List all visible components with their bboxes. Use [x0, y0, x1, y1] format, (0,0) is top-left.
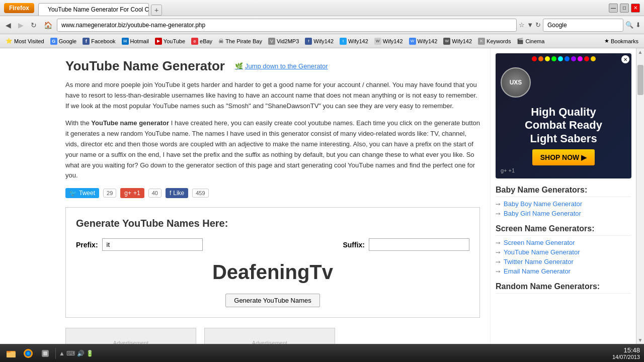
refresh-icon[interactable]: ↻	[535, 21, 541, 29]
page-content: YouTube Name Generator 🌿 Jump down to th…	[0, 48, 490, 344]
bookmark-wify2[interactable]: t Wify142	[337, 37, 371, 46]
home-button[interactable]: 🏠	[41, 20, 55, 30]
arrow-icon-2: ➙	[496, 210, 501, 217]
arrow-icon-4: ➙	[496, 249, 501, 256]
taskbar-folder-icon[interactable]	[4, 346, 18, 360]
jump-link[interactable]: 🌿 Jump down to the Generator	[235, 62, 328, 70]
prefix-input[interactable]	[102, 238, 203, 251]
taskbar-firefox-icon[interactable]	[21, 346, 35, 360]
svg-point-5	[27, 352, 30, 355]
tweet-button[interactable]: 🐦 Tweet	[65, 188, 99, 198]
close-button[interactable]: ✕	[631, 4, 640, 13]
search-icon[interactable]: 🔍	[625, 21, 633, 29]
like-label: Like	[173, 190, 184, 197]
prefix-group: Prefix:	[76, 238, 203, 251]
taskbar-separator	[55, 348, 56, 359]
firefox-menu-button[interactable]: Firefox	[4, 3, 34, 13]
social-bar: 🐦 Tweet 29 g+ +1 40 f Like 459	[65, 188, 480, 198]
bookmark-down-icon[interactable]: ▼	[527, 21, 533, 29]
baby-boy-link[interactable]: ➙ Baby Boy Name Generator	[496, 200, 631, 208]
maximize-button[interactable]: □	[620, 4, 629, 13]
bookmark-bookmarks[interactable]: ★ Bookmarks	[602, 37, 641, 45]
bottom-ad-left: Advertisement	[65, 328, 196, 344]
light-red2	[584, 56, 589, 61]
twitter-name-link[interactable]: ➙ Twitter Name Generator	[496, 258, 631, 265]
youtube-name-link[interactable]: ➙ YouTube Name Generator	[496, 248, 631, 256]
back-button[interactable]: ◀	[3, 20, 14, 30]
browser-frame: Firefox YouTube Name Generator For Cool …	[0, 0, 644, 362]
bookmark-wify4[interactable]: W Wify142	[407, 37, 440, 46]
bookmark-hotmail[interactable]: ✉ Hotmail	[119, 37, 151, 46]
gplus-button[interactable]: g+ +1	[120, 188, 144, 198]
scroll-up-arrow[interactable]: ▲	[638, 49, 643, 55]
bookmark-google[interactable]: G Google	[48, 37, 79, 46]
new-tab-button[interactable]: +	[151, 5, 162, 16]
bottom-ad-right: Advertisement	[204, 328, 335, 344]
baby-girl-link[interactable]: ➙ Baby Girl Name Generator	[496, 210, 631, 217]
baby-girl-label: Baby Girl Name Generator	[504, 210, 581, 217]
taskbar-tool-icon[interactable]	[38, 346, 52, 360]
reload-button[interactable]: ↻	[28, 20, 39, 30]
bookmark-keywords[interactable]: K Keywords	[475, 37, 513, 46]
forward-button[interactable]: ▶	[16, 20, 26, 30]
search-input[interactable]	[543, 19, 623, 32]
like-button[interactable]: f Like	[166, 188, 188, 198]
bookmark-ebay[interactable]: e eBay	[189, 37, 215, 46]
generated-name: DeafeningTv	[76, 261, 469, 284]
ad-headline: High Quality Combat Ready Light Sabers	[501, 106, 626, 145]
gplus-small-icon: g+	[501, 167, 507, 173]
screen-section-title: Screen Name Generators:	[496, 224, 631, 236]
body2-suffix: I have created here, you can easily crea…	[65, 119, 480, 179]
scroll-down-arrow[interactable]: ▼	[638, 337, 643, 343]
ad-header: UXS	[496, 64, 631, 101]
bookmark-youtube[interactable]: ▶ YouTube	[152, 37, 188, 46]
arrow-icon-3: ➙	[496, 239, 501, 246]
minimize-button[interactable]: —	[609, 4, 618, 13]
random-section-title: Random Name Generators:	[496, 282, 631, 294]
like-count: 459	[192, 189, 208, 198]
bookmarks-bar: ⭐ Most Visited G Google f Facebook ✉ Hot…	[0, 34, 644, 48]
scrollbar[interactable]: ▲ ▼	[636, 48, 644, 344]
bookmark-facebook[interactable]: f Facebook	[80, 37, 118, 46]
tab-bar: YouTube Name Generator For Cool Cha... ✕…	[38, 0, 609, 16]
bookmark-wify5[interactable]: W Wify142	[441, 37, 474, 46]
generate-button[interactable]: Generate YouTube Names	[225, 294, 319, 307]
download-icon[interactable]: ⬇	[635, 21, 641, 29]
taskbar: ▲ ⌨ 🔊 🔋 15:48 14/07/2013	[0, 344, 644, 362]
light-yellow	[545, 56, 550, 61]
taskbar-sys: ▲ ⌨ 🔊 🔋	[59, 350, 94, 357]
ad-shop-button[interactable]: SHOP NOW ▶	[532, 149, 595, 165]
tab-title: YouTube Name Generator For Cool Cha...	[48, 6, 149, 13]
light-green	[551, 56, 556, 61]
ad-close-button[interactable]: ✕	[621, 55, 629, 63]
twitter-name-label: Twitter Name Generator	[504, 258, 574, 265]
email-name-label: Email Name Generator	[504, 267, 571, 275]
baby-name-section: Baby Name Generators: ➙ Baby Boy Name Ge…	[496, 186, 631, 217]
body2-bold: YouTube name generator	[91, 119, 169, 127]
arrow-icon-5: ➙	[496, 258, 501, 265]
arrow-icon-6: ➙	[496, 268, 501, 275]
light-purple	[571, 56, 576, 61]
bookmark-wify1[interactable]: f Wify142	[302, 37, 336, 46]
arrow-icon: ➙	[496, 201, 501, 208]
active-tab[interactable]: YouTube Name Generator For Cool Cha... ✕	[38, 3, 149, 16]
ad-headline2: Combat Ready	[501, 119, 626, 132]
suffix-label: Suffix:	[343, 241, 365, 249]
body2-prefix: With the	[65, 119, 91, 127]
light-blue	[565, 56, 570, 61]
svg-rect-7	[43, 351, 47, 355]
scroll-thumb[interactable]	[637, 65, 643, 95]
bookmark-star-icon[interactable]: ☆	[519, 21, 525, 29]
bookmark-wify3[interactable]: W Wify142	[372, 37, 406, 46]
generator-title: Generate YouTube Names Here:	[76, 218, 469, 229]
suffix-input[interactable]	[369, 238, 469, 251]
bottom-ads: Advertisement Advertisement	[65, 328, 480, 344]
email-name-link[interactable]: ➙ Email Name Generator	[496, 267, 631, 275]
random-name-section: Random Name Generators:	[496, 282, 631, 294]
address-bar[interactable]	[57, 19, 517, 32]
bookmark-vid2mp3[interactable]: V Vid2MP3	[266, 37, 301, 46]
bookmark-piratebay[interactable]: ☠ The Pirate Bay	[216, 37, 265, 46]
bookmark-most-visited[interactable]: ⭐ Most Visited	[3, 37, 47, 45]
bookmark-cinema[interactable]: 🎬 Cinema	[514, 37, 547, 45]
screen-name-link[interactable]: ➙ Screen Name Generator	[496, 239, 631, 246]
